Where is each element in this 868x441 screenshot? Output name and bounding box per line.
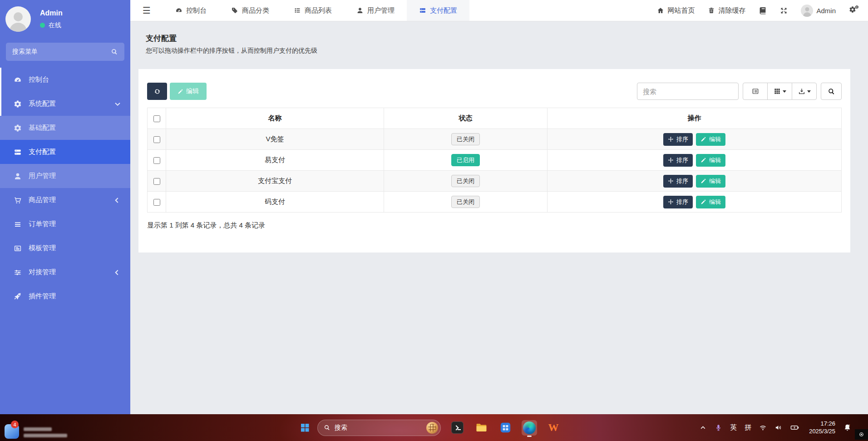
notification-bell-icon[interactable] xyxy=(843,423,852,432)
trash-icon xyxy=(708,7,715,14)
site-home-label: 网站首页 xyxy=(667,6,695,15)
settings-button[interactable] xyxy=(849,6,858,15)
sort-drag-button[interactable]: 排序 xyxy=(663,133,693,146)
edge-browser-icon[interactable] xyxy=(522,420,537,436)
tab-user-management[interactable]: 用户管理 xyxy=(344,0,407,21)
messenger-app-icon[interactable]: 4 xyxy=(5,424,19,439)
row-checkbox[interactable] xyxy=(153,178,160,185)
taskbar-notification-area[interactable]: 4 xyxy=(5,424,67,439)
row-checkbox[interactable] xyxy=(153,157,160,164)
table-search-input[interactable] xyxy=(637,83,739,100)
refresh-button[interactable] xyxy=(147,83,167,100)
taskbar-search-box[interactable]: 搜索 xyxy=(317,420,441,436)
row-checkbox[interactable] xyxy=(153,136,160,143)
tab-label: 商品列表 xyxy=(305,6,332,15)
move-icon xyxy=(668,157,674,163)
sidebar-menu-search[interactable]: 搜索菜单 xyxy=(6,43,124,61)
column-header-status[interactable]: 状态 xyxy=(384,108,547,129)
payment-name: 支付宝支付 xyxy=(166,171,384,192)
export-button[interactable] xyxy=(792,83,817,100)
detail-view-icon xyxy=(752,88,759,95)
tab-goods-category[interactable]: 商品分类 xyxy=(219,0,281,21)
sidebar-item-label: 控制台 xyxy=(29,75,49,84)
sort-drag-button[interactable]: 排序 xyxy=(663,175,693,188)
microphone-icon[interactable] xyxy=(715,424,722,431)
site-home-link[interactable]: 网站首页 xyxy=(657,6,695,15)
tab-payment-config[interactable]: 支付配置 xyxy=(407,0,469,21)
caret-down-icon xyxy=(807,90,811,93)
sidebar-item-user-management[interactable]: 用户管理 xyxy=(0,164,130,188)
column-header-name[interactable]: 名称 xyxy=(166,108,384,129)
chevron-left-icon xyxy=(115,270,120,275)
tab-dashboard[interactable]: 控制台 xyxy=(163,0,219,21)
windows-start-button[interactable] xyxy=(301,424,309,431)
list-icon xyxy=(294,7,301,14)
status-badge: 已启用 xyxy=(451,154,480,167)
taskbar-clock[interactable]: 17:26 2025/3/25 xyxy=(809,420,835,436)
ime-english-indicator[interactable]: 英 xyxy=(730,423,737,432)
pencil-icon xyxy=(700,199,706,205)
store-app-icon[interactable] xyxy=(498,420,513,436)
notification-text-blur xyxy=(24,427,67,439)
sidebar-item-label: 模板管理 xyxy=(29,244,56,253)
sidebar-item-base-config[interactable]: 基础配置 xyxy=(0,116,130,140)
sidebar-item-label: 用户管理 xyxy=(29,172,56,180)
ime-pinyin-indicator[interactable]: 拼 xyxy=(745,423,751,432)
tab-label: 商品分类 xyxy=(242,6,269,15)
search-icon xyxy=(111,48,118,55)
tray-chevron-up-icon[interactable] xyxy=(699,424,707,431)
clear-cache-link[interactable]: 清除缓存 xyxy=(708,6,745,15)
sort-drag-button[interactable]: 排序 xyxy=(663,154,693,167)
sidebar-item-dashboard[interactable]: 控制台 xyxy=(0,68,130,92)
rocket-icon xyxy=(14,292,22,301)
user-avatar[interactable] xyxy=(5,6,31,32)
column-header-actions[interactable]: 操作 xyxy=(547,108,842,129)
sidebar-item-goods-management[interactable]: 商品管理 xyxy=(0,188,130,212)
table-row: 支付宝支付 已关闭 排序 编辑 xyxy=(148,171,842,192)
table-search-button[interactable] xyxy=(821,83,842,100)
tab-label: 支付配置 xyxy=(430,6,457,15)
volume-icon[interactable] xyxy=(774,424,782,431)
screen-record-indicator[interactable] xyxy=(855,429,868,440)
wps-app-icon[interactable]: W xyxy=(546,420,561,436)
edit-button[interactable]: 编辑 xyxy=(696,154,725,167)
sidebar-item-plugin-management[interactable]: 插件管理 xyxy=(0,284,130,308)
tab-goods-list[interactable]: 商品列表 xyxy=(281,0,344,21)
top-navbar: ☰ 控制台 商品分类 商品列表 用户管理 支付配置 网站首页 清除缓存 xyxy=(130,0,868,21)
manual-book-button[interactable] xyxy=(759,6,767,15)
bulk-edit-button[interactable]: 编辑 xyxy=(170,83,207,100)
tab-label: 控制台 xyxy=(186,6,207,15)
move-icon xyxy=(668,178,674,184)
file-explorer-icon[interactable] xyxy=(473,420,489,436)
edit-button[interactable]: 编辑 xyxy=(696,196,725,208)
navbar-user-menu[interactable]: Admin xyxy=(801,5,836,17)
taskbar-center: 搜索 W xyxy=(301,414,561,441)
battery-icon[interactable] xyxy=(790,423,799,432)
edit-button[interactable]: 编辑 xyxy=(696,175,725,188)
page-header: 支付配置 您可以拖动操作栏中的排序按钮，从而控制用户支付的优先级 xyxy=(130,21,868,55)
columns-button[interactable] xyxy=(767,83,792,100)
detail-view-button[interactable] xyxy=(743,83,768,100)
terminal-app-icon[interactable] xyxy=(449,420,465,436)
sidebar-item-order-management[interactable]: 订单管理 xyxy=(0,212,130,236)
sidebar-item-payment-config[interactable]: 支付配置 xyxy=(0,140,130,164)
dashboard-icon xyxy=(14,76,22,84)
select-all-checkbox[interactable] xyxy=(153,115,160,122)
row-checkbox[interactable] xyxy=(153,199,160,206)
sort-drag-button[interactable]: 排序 xyxy=(663,196,693,208)
table-row: 易支付 已启用 排序 编辑 xyxy=(148,150,842,171)
online-status-label: 在线 xyxy=(49,21,61,30)
sidebar-item-integration-management[interactable]: 对接管理 xyxy=(0,260,130,284)
wifi-icon[interactable] xyxy=(759,424,767,431)
navbar-user-name: Admin xyxy=(816,7,836,15)
edit-button[interactable]: 编辑 xyxy=(696,133,725,146)
sidebar-item-system-config[interactable]: 系统配置 xyxy=(0,92,130,116)
table-row: V免签 已关闭 排序 编辑 xyxy=(148,129,842,150)
fullscreen-button[interactable] xyxy=(780,7,788,15)
user-icon xyxy=(356,7,364,14)
clear-cache-label: 清除缓存 xyxy=(718,6,745,15)
chevron-down-icon xyxy=(115,100,120,105)
sidebar-item-template-management[interactable]: 模板管理 xyxy=(0,236,130,260)
hamburger-menu-icon[interactable]: ☰ xyxy=(130,0,163,21)
pencil-icon xyxy=(700,157,706,163)
